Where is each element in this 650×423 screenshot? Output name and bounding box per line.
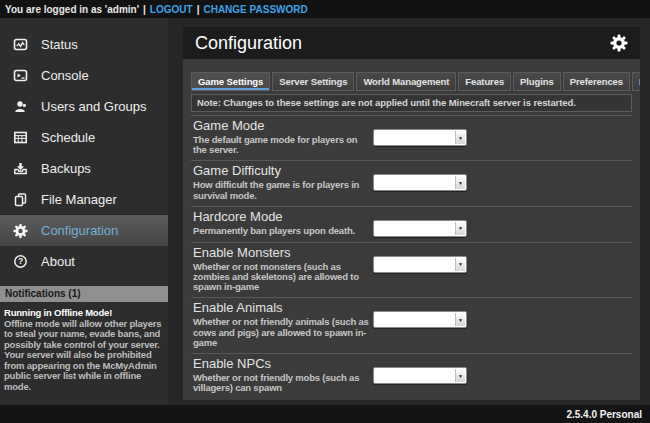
sidebar-item-label: Schedule [41, 130, 95, 145]
sidebar-item-configuration[interactable]: Configuration [0, 215, 168, 246]
setting-description: The default game mode for players on the… [193, 135, 371, 155]
enable-monsters-select[interactable]: ▼ [373, 256, 467, 273]
logout-link[interactable]: LOGOUT [150, 4, 193, 15]
chevron-down-icon: ▼ [455, 258, 465, 271]
gear-icon [610, 34, 628, 52]
setting-row-enable-animals: Enable Animals Whether or not friendly a… [191, 297, 632, 353]
panel-header: Configuration [183, 27, 640, 59]
sidebar-item-label: Users and Groups [41, 99, 147, 114]
setting-row-enable-monsters: Enable Monsters Whether or not monsters … [191, 242, 632, 298]
setting-description: How difficult the game is for players in… [193, 180, 371, 200]
question-icon: ? [13, 254, 28, 269]
schedule-icon [13, 130, 28, 145]
setting-title: Enable Animals [193, 300, 373, 315]
chevron-down-icon: ▼ [455, 222, 465, 235]
game-difficulty-select[interactable]: ▼ [373, 174, 467, 191]
top-bar: You are logged in as 'admin' | LOGOUT | … [0, 0, 650, 18]
tab-game-settings[interactable]: Game Settings [191, 72, 270, 91]
settings-list: Game Mode The default game mode for play… [191, 115, 632, 398]
status-icon [13, 37, 28, 52]
tab-preferences[interactable]: Preferences [563, 72, 630, 91]
setting-row-enable-npcs: Enable NPCs Whether or not friendly mobs… [191, 353, 632, 398]
sidebar-item-status[interactable]: Status [0, 29, 168, 60]
setting-row-game-difficulty: Game Difficulty How difficult the game i… [191, 160, 632, 205]
configuration-panel: Configuration Game Settings Server Setti… [183, 27, 640, 400]
setting-description: Whether or not monsters (such as zombies… [193, 262, 371, 293]
setting-title: Enable Monsters [193, 245, 373, 260]
users-icon [13, 99, 28, 114]
change-password-link[interactable]: CHANGE PASSWORD [203, 4, 307, 15]
mcmyadmin-app: You are logged in as 'admin' | LOGOUT | … [0, 0, 650, 423]
chevron-down-icon: ▼ [455, 369, 465, 382]
chevron-down-icon: ▼ [455, 176, 465, 189]
setting-title: Game Difficulty [193, 163, 373, 178]
setting-title: Game Mode [193, 118, 373, 133]
chevron-down-icon: ▼ [455, 131, 465, 144]
svg-text:?: ? [18, 256, 23, 266]
notifications-panel: Notifications (1) Running in Offline Mod… [0, 286, 168, 392]
settings-gear-button[interactable] [610, 34, 628, 52]
console-icon [13, 68, 28, 83]
sidebar-item-schedule[interactable]: Schedule [0, 122, 168, 153]
separator: | [197, 4, 200, 15]
enable-npcs-select[interactable]: ▼ [373, 367, 467, 384]
separator: | [143, 4, 146, 15]
notification-item: Running in Offline Mode! Offline mode wi… [0, 302, 166, 392]
notification-title: Running in Offline Mode! [4, 308, 162, 319]
sidebar-item-about[interactable]: ? About [0, 246, 168, 277]
setting-description: Whether or not friendly animals (such as… [193, 317, 371, 348]
notifications-header: Notifications (1) [0, 286, 168, 302]
gear-icon [13, 223, 28, 238]
restart-note: Note: Changes to these settings are not … [191, 94, 632, 112]
notification-body-text: Offline mode will allow other players to… [4, 319, 162, 393]
page-title: Configuration [195, 33, 610, 54]
setting-row-hardcore-mode: Hardcore Mode Permanently ban players up… [191, 206, 632, 242]
sidebar-item-file-manager[interactable]: File Manager [0, 184, 168, 215]
sidebar-item-label: Backups [41, 161, 91, 176]
sidebar-item-users-and-groups[interactable]: Users and Groups [0, 91, 168, 122]
setting-title: Enable NPCs [193, 356, 373, 371]
sidebar-item-console[interactable]: Console [0, 60, 168, 91]
setting-description: Whether or not friendly mobs (such as vi… [193, 373, 371, 393]
setting-description: Permanently ban players upon death. [193, 226, 371, 236]
chevron-down-icon: ▼ [455, 313, 465, 326]
enable-animals-select[interactable]: ▼ [373, 311, 467, 328]
sidebar-item-label: About [41, 254, 75, 269]
tab-server-settings[interactable]: Server Settings [272, 72, 354, 91]
tab-features[interactable]: Features [458, 72, 511, 91]
sidebar-item-label: Configuration [41, 223, 118, 238]
logged-in-text: You are logged in as 'admin' [5, 4, 139, 15]
config-tab-bar: Game Settings Server Settings World Mana… [191, 72, 632, 91]
hardcore-mode-select[interactable]: ▼ [373, 220, 467, 237]
tab-plugins[interactable]: Plugins [513, 72, 561, 91]
tab-login-users[interactable]: Login Users [632, 72, 640, 91]
backups-icon [13, 161, 28, 176]
game-mode-select[interactable]: ▼ [373, 129, 467, 146]
sidebar: Status Console Users and Groups Schedule [0, 18, 168, 405]
sidebar-item-label: Console [41, 68, 89, 83]
version-text: 2.5.4.0 Personal [566, 409, 642, 420]
file-manager-icon [13, 192, 28, 207]
sidebar-item-backups[interactable]: Backups [0, 153, 168, 184]
setting-title: Hardcore Mode [193, 209, 373, 224]
footer-bar: 2.5.4.0 Personal [0, 405, 650, 423]
tab-world-management[interactable]: World Management [356, 72, 456, 91]
setting-row-game-mode: Game Mode The default game mode for play… [191, 115, 632, 160]
sidebar-item-label: Status [41, 37, 78, 52]
sidebar-item-label: File Manager [41, 192, 117, 207]
